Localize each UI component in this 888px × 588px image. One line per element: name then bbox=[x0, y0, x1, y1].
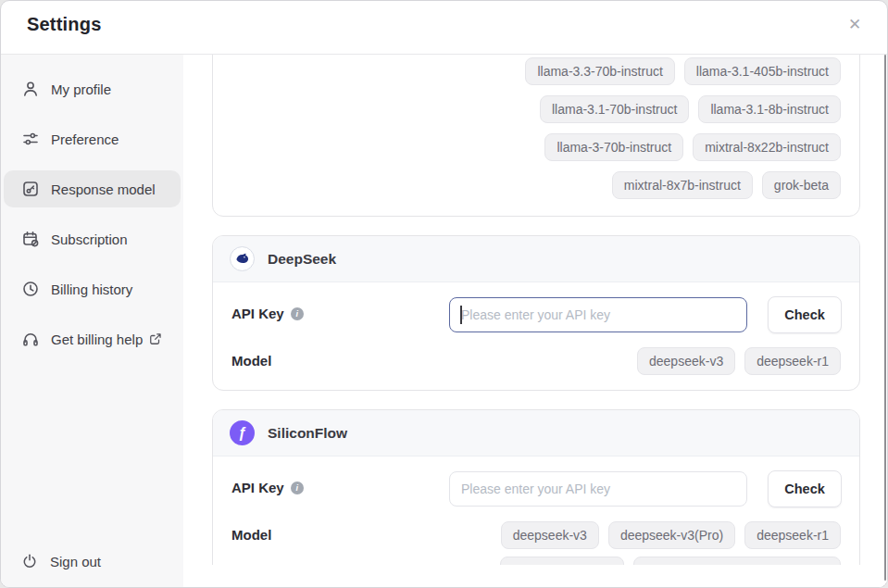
model-chip[interactable]: mixtral-8x7b-instruct bbox=[612, 171, 753, 199]
model-chip[interactable]: deepseek-r1 bbox=[744, 347, 841, 375]
provider-header: ƒ SiliconFlow bbox=[213, 410, 859, 457]
model-chip[interactable]: deepseek-r1 bbox=[744, 521, 841, 549]
model-chip-list: deepseek-v3 deepseek-r1 bbox=[637, 347, 841, 375]
sliders-icon bbox=[21, 130, 40, 148]
provider-name: DeepSeek bbox=[268, 251, 336, 268]
model-chip-list: llama-3.3-70b-instruct llama-3.1-405b-in… bbox=[213, 57, 859, 216]
model-chip[interactable]: llama-3.1-8b-instruct bbox=[698, 95, 841, 123]
api-key-input[interactable] bbox=[449, 297, 747, 332]
model-chip-list: deepseek-v3 deepseek-v3(Pro) deepseek-r1 bbox=[501, 521, 841, 549]
api-key-label: API Key i bbox=[231, 306, 304, 321]
model-label: Model bbox=[231, 353, 271, 369]
external-link-icon bbox=[149, 332, 162, 345]
api-key-input[interactable] bbox=[449, 471, 747, 507]
sidebar-item-subscription[interactable]: Subscription bbox=[4, 220, 181, 257]
model-chip[interactable]: mixtral-8x22b-instruct bbox=[693, 133, 841, 161]
model-chip[interactable]: llama-3.3-70b-instruct bbox=[525, 57, 674, 85]
provider-card-siliconflow: ƒ SiliconFlow API Key i Check Model deep… bbox=[212, 409, 860, 588]
model-chip[interactable]: llama-3-70b-instruct bbox=[544, 133, 683, 161]
sidebar-nav: My profile Preference Response model bbox=[1, 70, 183, 357]
sidebar: My profile Preference Response model bbox=[1, 55, 183, 587]
model-chip[interactable]: deepseek-v3 bbox=[501, 521, 599, 549]
calendar-icon bbox=[21, 230, 40, 248]
deepseek-logo-icon bbox=[230, 246, 255, 271]
check-button[interactable]: Check bbox=[768, 296, 842, 333]
text-caret bbox=[460, 306, 462, 324]
sidebar-item-label: Subscription bbox=[51, 231, 128, 247]
provider-header: DeepSeek bbox=[213, 236, 859, 282]
settings-dialog: Settings ✕ My profile Preference bbox=[0, 0, 888, 588]
model-chip[interactable]: deepseek-v3 bbox=[637, 347, 735, 375]
model-chip[interactable]: llama-3.1-405b-instruct bbox=[684, 57, 841, 85]
provider-card-deepseek: DeepSeek API Key i Check Model deepseek-… bbox=[212, 235, 860, 391]
power-icon bbox=[21, 553, 38, 569]
info-icon[interactable]: i bbox=[291, 307, 304, 320]
sidebar-item-get-billing-help[interactable]: Get billing help bbox=[4, 320, 181, 357]
close-icon[interactable]: ✕ bbox=[843, 12, 867, 36]
sidebar-item-label: My profile bbox=[51, 81, 111, 97]
sidebar-item-preference[interactable]: Preference bbox=[4, 120, 181, 157]
sidebar-item-label: Get billing help bbox=[51, 332, 143, 347]
check-button[interactable]: Check bbox=[768, 470, 842, 507]
headset-icon bbox=[21, 330, 40, 348]
content-viewport: llama-3.3-70b-instruct llama-3.1-405b-in… bbox=[183, 55, 888, 588]
model-label: Model bbox=[231, 527, 271, 543]
bottom-clip-mask bbox=[183, 565, 888, 588]
sign-out-button[interactable]: Sign out bbox=[4, 543, 181, 580]
sidebar-item-my-profile[interactable]: My profile bbox=[4, 70, 181, 107]
siliconflow-logo-icon: ƒ bbox=[230, 420, 255, 445]
sidebar-item-response-model[interactable]: Response model bbox=[4, 170, 181, 207]
user-icon bbox=[21, 80, 40, 98]
page-title: Settings bbox=[27, 14, 102, 35]
provider-card-partial: llama-3.3-70b-instruct llama-3.1-405b-in… bbox=[212, 55, 860, 217]
model-chip[interactable]: deepseek-v3(Pro) bbox=[608, 521, 735, 549]
sidebar-item-label: Response model bbox=[51, 181, 156, 197]
api-key-label: API Key i bbox=[231, 480, 304, 495]
key-square-icon bbox=[21, 180, 40, 198]
sidebar-item-billing-history[interactable]: Billing history bbox=[4, 270, 181, 307]
provider-name: SiliconFlow bbox=[268, 425, 347, 442]
info-icon[interactable]: i bbox=[291, 482, 304, 494]
model-chip[interactable]: llama-3.1-70b-instruct bbox=[540, 95, 689, 123]
sidebar-item-label: Billing history bbox=[51, 281, 132, 297]
model-chip[interactable]: grok-beta bbox=[762, 171, 841, 199]
sidebar-item-label: Preference bbox=[51, 131, 119, 147]
clock-icon bbox=[21, 280, 40, 298]
sign-out-label: Sign out bbox=[50, 554, 101, 569]
vertical-scrollbar[interactable] bbox=[884, 55, 886, 581]
